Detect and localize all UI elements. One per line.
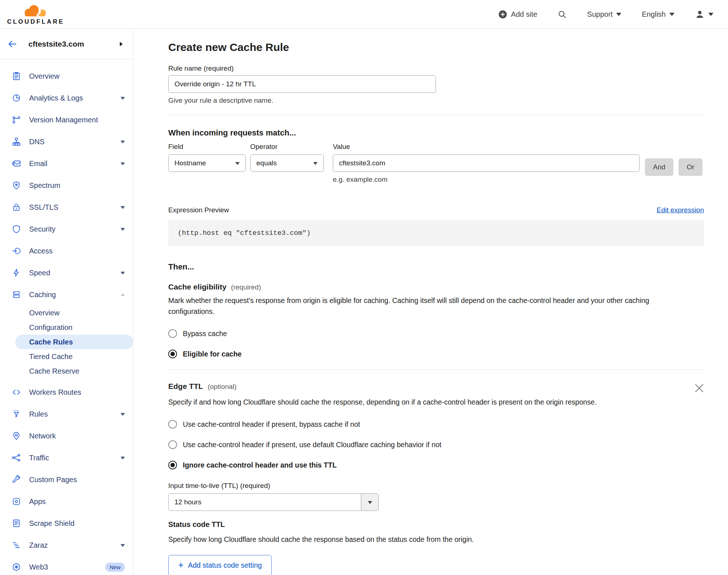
chevron-down-icon xyxy=(121,162,125,168)
field-select[interactable]: Hostname xyxy=(168,154,246,172)
search-button[interactable] xyxy=(558,10,567,19)
cloudflare-cloud-icon xyxy=(22,3,50,19)
radio-label: Use cache-control header if present, byp… xyxy=(183,420,360,429)
sidebar-item-analytics-logs[interactable]: Analytics & Logs xyxy=(0,87,133,109)
field-label: Field xyxy=(168,143,246,151)
security-icon xyxy=(12,224,21,234)
page-title: Create new Cache Rule xyxy=(168,41,704,54)
sidebar-item-access[interactable]: Access xyxy=(0,240,133,262)
chevron-down-icon xyxy=(368,501,372,506)
sidebar: cftestsite3.com OverviewAnalytics & Logs… xyxy=(0,29,133,575)
sidebar-subitem-overview[interactable]: Overview xyxy=(0,306,133,320)
sidebar-item-overview[interactable]: Overview xyxy=(0,65,133,87)
sidebar-item-email[interactable]: Email xyxy=(0,153,133,174)
sidebar-subitem-configuration[interactable]: Configuration xyxy=(0,320,133,335)
radio-bypass-cache[interactable]: Bypass cache xyxy=(168,329,704,338)
language-menu[interactable]: English xyxy=(642,10,674,19)
support-menu[interactable]: Support xyxy=(587,10,621,19)
top-bar: CLOUDFLARE Add site Support English xyxy=(0,0,728,29)
radio-circle-icon xyxy=(168,440,177,449)
chevron-down-icon xyxy=(121,228,125,233)
ttl-select-arrow[interactable] xyxy=(361,494,378,511)
cache-eligibility-heading: Cache eligibility xyxy=(168,283,227,291)
traffic-icon xyxy=(12,453,21,462)
back-arrow-icon[interactable] xyxy=(7,39,17,49)
edge-ttl-heading: Edge TTL xyxy=(168,382,203,390)
add-status-code-label: Add status code setting xyxy=(188,561,262,570)
sidebar-item-caching[interactable]: Caching xyxy=(0,284,133,306)
sidebar-item-apps[interactable]: Apps xyxy=(0,491,133,512)
close-icon[interactable] xyxy=(694,383,704,393)
chevron-up-icon xyxy=(121,291,125,296)
rules-icon xyxy=(12,409,21,419)
sidebar-item-dns[interactable]: DNS xyxy=(0,131,133,153)
ttl-select-value: 12 hours xyxy=(169,494,361,511)
ttl-input-label: Input time-to-live (TTL) (required) xyxy=(168,482,704,490)
operator-label: Operator xyxy=(250,143,324,151)
chevron-down-icon xyxy=(121,272,125,277)
then-heading: Then... xyxy=(168,262,704,272)
chevron-down-icon xyxy=(235,162,240,167)
or-button[interactable]: Or xyxy=(678,158,703,176)
sidebar-item-web3[interactable]: Web3New xyxy=(0,556,133,575)
access-icon xyxy=(12,246,21,256)
value-hint: e.g. example.com xyxy=(333,176,640,184)
radio-circle-icon xyxy=(168,329,177,338)
sidebar-item-custom-pages[interactable]: Custom Pages xyxy=(0,469,133,491)
edit-expression-link[interactable]: Edit expression xyxy=(657,206,704,214)
radio-eligible-for-cache[interactable]: Eligible for cache xyxy=(168,350,704,358)
sidebar-item-ssl-tls[interactable]: SSL/TLS xyxy=(0,196,133,218)
and-button[interactable]: And xyxy=(645,158,673,176)
rule-name-label: Rule name (required) xyxy=(168,64,704,72)
chevron-down-icon xyxy=(121,97,125,102)
radio-circle-icon xyxy=(168,350,177,358)
section-divider xyxy=(168,369,704,370)
sidebar-item-label: Rules xyxy=(29,410,121,418)
sidebar-item-workers-routes[interactable]: Workers Routes xyxy=(0,381,133,403)
sidebar-item-network[interactable]: Network xyxy=(0,425,133,447)
operator-select[interactable]: equals xyxy=(250,154,324,172)
sidebar-item-spectrum[interactable]: Spectrum xyxy=(0,174,133,196)
rule-name-input[interactable] xyxy=(168,75,436,93)
radio-circle-icon xyxy=(168,461,177,469)
sidebar-subitem-cache-rules[interactable]: Cache Rules xyxy=(15,335,133,349)
sidebar-subitem-cache-reserve[interactable]: Cache Reserve xyxy=(0,364,133,378)
radio-ignore-header-ttl[interactable]: Ignore cache-control header and use this… xyxy=(168,461,704,469)
chevron-right-icon[interactable] xyxy=(120,42,125,46)
cloudflare-logo[interactable]: CLOUDFLARE xyxy=(7,3,65,25)
add-site-label: Add site xyxy=(511,10,537,19)
sidebar-subgroup-caching: OverviewConfigurationCache RulesTiered C… xyxy=(0,306,133,378)
sidebar-item-rules[interactable]: Rules xyxy=(0,403,133,425)
sidebar-item-scrape-shield[interactable]: Scrape Shield xyxy=(0,512,133,534)
sidebar-item-label: Version Management xyxy=(29,116,125,124)
value-input[interactable] xyxy=(333,154,640,172)
value-label: Value xyxy=(333,143,640,151)
language-label: English xyxy=(642,10,666,19)
sidebar-item-traffic[interactable]: Traffic xyxy=(0,447,133,469)
speed-icon xyxy=(12,268,21,277)
sidebar-item-label: Network xyxy=(29,432,125,440)
sidebar-item-speed[interactable]: Speed xyxy=(0,262,133,284)
sidebar-item-version-management[interactable]: Version Management xyxy=(0,109,133,131)
add-site-button[interactable]: Add site xyxy=(498,10,537,19)
sidebar-item-security[interactable]: Security xyxy=(0,218,133,240)
radio-use-header-bypass[interactable]: Use cache-control header if present, byp… xyxy=(168,420,704,429)
network-icon xyxy=(12,431,21,441)
version-management-icon xyxy=(12,115,21,125)
ttl-select[interactable]: 12 hours xyxy=(168,493,379,511)
sidebar-item-label: DNS xyxy=(29,138,121,146)
site-name[interactable]: cftestsite3.com xyxy=(28,40,120,48)
overview-icon xyxy=(12,71,21,81)
radio-label: Eligible for cache xyxy=(183,350,241,358)
sidebar-item-label: Web3 xyxy=(29,563,100,571)
optional-tag: (optional) xyxy=(208,383,236,390)
scrape-shield-icon xyxy=(12,519,21,528)
add-status-code-button[interactable]: + Add status code setting xyxy=(168,555,272,575)
radio-label: Bypass cache xyxy=(183,330,227,338)
sidebar-item-zaraz[interactable]: Zaraz xyxy=(0,534,133,556)
account-menu[interactable] xyxy=(695,9,713,19)
chevron-down-icon xyxy=(121,413,125,418)
radio-use-header-default[interactable]: Use cache-control header if present, use… xyxy=(168,440,704,449)
radio-label: Use cache-control header if present, use… xyxy=(183,441,441,449)
sidebar-subitem-tiered-cache[interactable]: Tiered Cache xyxy=(0,349,133,364)
